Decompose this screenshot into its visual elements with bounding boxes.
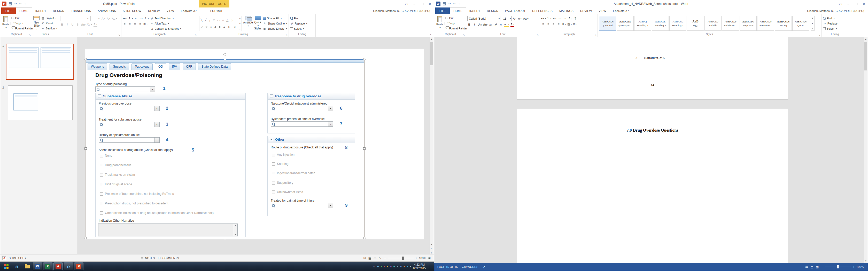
style-strong[interactable]: AaBbCcDcStrong	[775, 16, 792, 31]
format-painter-button[interactable]: ✎Format Painter	[444, 26, 467, 31]
notes-button[interactable]: ▤NOTES	[140, 256, 155, 260]
substance-abuse-header[interactable]: − Substance Abuse	[96, 93, 245, 100]
scrollbar-thumb[interactable]	[864, 42, 867, 70]
align-left-icon[interactable]: ≡	[541, 22, 545, 26]
ppt-tab-endnote[interactable]: EndNote X7	[178, 7, 200, 14]
superscript-icon[interactable]: x²	[494, 22, 498, 27]
ppt-tab-transitions[interactable]: TRANSITIONS	[68, 7, 94, 14]
zoom-slider[interactable]	[825, 267, 851, 267]
undo-icon[interactable]: ↶	[448, 2, 451, 6]
checkbox-suppository[interactable]: Suppository	[272, 181, 293, 184]
styles-dialog-launcher[interactable]: ↘	[818, 34, 820, 36]
align-right-icon[interactable]: ≡	[133, 22, 137, 26]
combo-dropdown-button[interactable]: ▾	[154, 122, 159, 127]
align-left-icon[interactable]: ≡	[123, 22, 127, 26]
read-mode-button[interactable]: ▭	[805, 265, 808, 269]
clipboard-dialog-launcher[interactable]: ↘	[463, 34, 465, 36]
slide-2-thumbnail[interactable]	[8, 86, 72, 120]
checkbox-buprenorphine[interactable]: Presence of buprenorphine, not including…	[100, 192, 174, 196]
word-tab-insert[interactable]: INSERT	[466, 7, 484, 14]
checkbox-icon[interactable]	[272, 153, 275, 157]
undo-icon[interactable]: ↶	[14, 2, 17, 6]
subscript-icon[interactable]: x₂	[489, 22, 493, 27]
rotate-handle[interactable]	[223, 53, 226, 56]
style-heading-2[interactable]: AaBbCcEHeading 2	[652, 16, 669, 31]
paste-button[interactable]: Paste ▾	[2, 15, 9, 31]
start-button[interactable]	[1, 262, 11, 271]
previous-slide-button[interactable]: ⇈	[430, 246, 434, 250]
checkbox-icon[interactable]	[100, 164, 103, 167]
form-tab-od[interactable]: OD	[155, 63, 166, 70]
tray-icon[interactable]: ◆	[394, 265, 395, 268]
tray-icon[interactable]: ■	[390, 265, 392, 268]
zoom-slider[interactable]	[388, 258, 413, 258]
increase-indent-icon[interactable]: ⇒	[563, 16, 567, 21]
previous-drug-overdose-combo[interactable]: ▾	[99, 106, 160, 111]
find-button[interactable]: Find	[290, 16, 307, 21]
drawing-dialog-launcher[interactable]: ↘	[286, 34, 287, 36]
qat-customize-icon[interactable]: ▾	[459, 3, 460, 5]
checkbox-icon[interactable]	[100, 173, 103, 176]
align-center-icon[interactable]: ≡	[128, 22, 132, 26]
combo-dropdown-button[interactable]: ▾	[154, 138, 159, 142]
font-dialog-launcher[interactable]: ↘	[118, 34, 120, 36]
decrease-indent-icon[interactable]: ⇐	[558, 16, 562, 21]
resize-handle-right[interactable]	[363, 147, 366, 150]
character-spacing-icon[interactable]: AV▾	[87, 22, 92, 27]
bullets-icon[interactable]: •≡▾	[541, 16, 546, 21]
checkbox-icon[interactable]	[272, 172, 275, 175]
checkbox-prescription-drugs[interactable]: Prescription drugs, not prescribed to de…	[100, 202, 168, 205]
ppt-tab-review[interactable]: REVIEW	[145, 7, 163, 14]
sort-icon[interactable]: A↓	[568, 16, 572, 21]
form-tab-cfr[interactable]: CFR	[183, 63, 196, 70]
underline-icon[interactable]: U	[70, 22, 74, 27]
shape-outline-button[interactable]: ✎Shape Outline ▾	[263, 21, 287, 26]
save-icon[interactable]	[443, 2, 446, 5]
show-paragraph-marks-icon[interactable]: ¶	[574, 16, 578, 21]
treatment-substance-abuse-combo[interactable]: ▾	[99, 122, 160, 127]
maximize-button[interactable]	[418, 0, 426, 7]
taskbar-excel[interactable]: X	[43, 263, 53, 270]
minimize-button[interactable]: –	[410, 0, 418, 7]
checkbox-other-scene-indication[interactable]: Other scene indication of drug abuse (in…	[100, 211, 214, 215]
tray-icon[interactable]: ◆	[377, 265, 379, 268]
new-slide-button[interactable]: New Slide ▾	[33, 15, 40, 31]
web-layout-button[interactable]: ▦	[816, 265, 819, 269]
tray-icon[interactable]: ■	[384, 265, 385, 268]
borders-icon[interactable]: ⊞▾	[573, 22, 578, 26]
zoom-out-button[interactable]: −	[822, 265, 823, 268]
style-subtitle[interactable]: AaBbCcDSubtitle	[705, 16, 721, 31]
word-tab-review[interactable]: REVIEW	[577, 7, 595, 14]
checkbox-icon[interactable]	[272, 162, 275, 166]
zoom-slider-thumb[interactable]	[402, 257, 404, 260]
word-scrollbar[interactable]: ▲ ▼	[864, 37, 868, 263]
other-section-header[interactable]: − Other	[268, 136, 355, 143]
document-page-14[interactable]: 2 NarrativeCME 14	[517, 37, 788, 100]
paragraph-dialog-launcher[interactable]: ↘	[195, 34, 196, 36]
word-tab-mailings[interactable]: MAILINGS	[556, 7, 577, 14]
layout-button[interactable]: ▦Layout ▾	[41, 16, 57, 21]
style-title[interactable]: AaBTitle	[687, 16, 704, 31]
checkbox-icon[interactable]	[272, 191, 275, 194]
ppt-tab-format[interactable]: FORMAT	[207, 7, 226, 14]
form-tab-suspects[interactable]: Suspects	[110, 63, 129, 70]
shrink-font-icon[interactable]: A▼	[107, 16, 111, 21]
font-name-combo[interactable]: ▾	[60, 16, 89, 21]
decrease-indent-icon[interactable]: ⇐	[134, 16, 138, 21]
word-tab-references[interactable]: REFERENCES	[529, 7, 556, 14]
zoom-slider-thumb[interactable]	[837, 265, 839, 268]
word-tab-view[interactable]: VIEW	[595, 7, 610, 14]
style-heading-3[interactable]: AaBbCcDHeading 3	[669, 16, 686, 31]
checkbox-illicit-drugs[interactable]: Illicit drugs at scene	[100, 182, 132, 186]
quick-styles-button[interactable]: Quick ▾Styles	[254, 15, 261, 31]
taskbar-clock[interactable]: 4:22 PM 6/22/2015	[413, 263, 427, 270]
word-tab-file[interactable]: FILE	[435, 7, 450, 14]
checkbox-ingestion[interactable]: Ingestion/transdermal patch	[272, 171, 315, 175]
scroll-down-icon[interactable]: ▼	[430, 242, 434, 246]
tray-icon[interactable]: ●	[397, 265, 398, 268]
columns-icon[interactable]: ⊞▾	[144, 22, 148, 26]
resize-handle-top[interactable]	[224, 58, 226, 60]
change-case-icon[interactable]: Aa▾	[112, 16, 117, 21]
strikethrough-icon[interactable]: abc	[483, 22, 488, 27]
justify-icon[interactable]: ≡	[557, 22, 561, 26]
